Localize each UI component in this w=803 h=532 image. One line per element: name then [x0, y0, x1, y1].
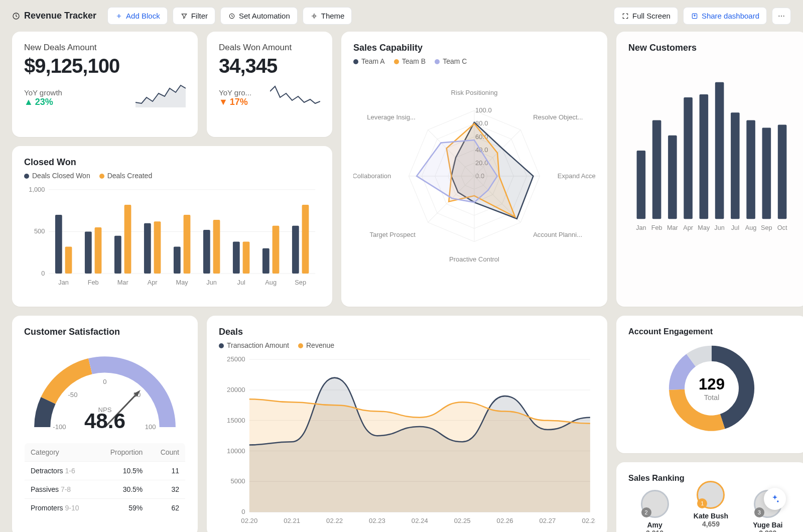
automation-button[interactable]: Set Automation: [220, 7, 298, 25]
engagement-donut: 129Total: [628, 336, 795, 441]
card-deals-won[interactable]: Deals Won Amount 34,345 YoY gro... ▼ 17%: [207, 32, 332, 137]
svg-rect-14: [65, 247, 72, 274]
card-new-customers[interactable]: New Customers JanFebMarAprMayJunJulAugSe…: [616, 32, 803, 307]
sales-cap-title: Sales Capability: [353, 43, 595, 53]
svg-text:0: 0: [241, 508, 245, 515]
rank-name: Yuge Bai: [753, 521, 782, 529]
svg-rect-79: [700, 94, 709, 219]
rank-1: 1 Kate Bush 4,659: [694, 481, 728, 533]
svg-text:02.23: 02.23: [369, 517, 385, 524]
new-deals-value: $9,125,100: [24, 55, 186, 77]
th-proportion: Proportion: [96, 443, 149, 462]
add-block-label: Add Block: [126, 12, 160, 20]
csat-title: Customer Satisfaction: [24, 327, 186, 337]
rank-2: 2 Amy 3,010: [641, 490, 669, 533]
fullscreen-icon: [621, 12, 629, 20]
svg-text:Resolve Object...: Resolve Object...: [533, 113, 583, 121]
svg-text:Target Prospect: Target Prospect: [369, 231, 416, 238]
svg-text:May: May: [176, 279, 189, 286]
legend-revenue: Revenue: [306, 341, 334, 349]
svg-rect-71: [637, 151, 646, 219]
svg-text:02.26: 02.26: [497, 517, 513, 524]
new-deals-yoy-label: YoY growth: [24, 88, 62, 97]
table-row: Detractors 1-610.5%11: [25, 462, 186, 480]
automation-label: Set Automation: [239, 12, 290, 20]
svg-text:Leverage Insig...: Leverage Insig...: [367, 113, 415, 121]
svg-text:Sep: Sep: [295, 279, 306, 286]
rank-name: Amy: [641, 521, 669, 529]
svg-point-5: [781, 15, 782, 16]
svg-text:Jan: Jan: [636, 224, 646, 231]
rank-value: 4,659: [694, 520, 728, 528]
deals-chart: 050001000015000200002500002.2002.2102.22…: [219, 354, 595, 527]
svg-rect-28: [203, 230, 210, 274]
card-sales-capability[interactable]: Sales Capability Team A Team B Team C 0.…: [341, 32, 607, 307]
plus-icon: [115, 12, 123, 20]
theme-button[interactable]: Theme: [303, 7, 352, 25]
svg-text:May: May: [698, 224, 710, 231]
svg-rect-29: [213, 220, 220, 274]
svg-text:Jun: Jun: [714, 224, 724, 231]
svg-rect-87: [762, 128, 771, 219]
svg-text:1,000: 1,000: [29, 186, 45, 193]
card-deals[interactable]: Deals Transaction Amount Revenue 0500010…: [207, 316, 607, 532]
sales-capability-chart: 0.020.040.060.080.0100.0Risk Positioning…: [353, 70, 595, 282]
svg-rect-23: [154, 221, 161, 274]
svg-text:Collaboration: Collaboration: [353, 172, 391, 180]
new-customers-chart: JanFebMarAprMayJunJulAugSepOct: [628, 57, 795, 234]
csat-gauge: -100-50050100NPS48.6: [24, 341, 186, 437]
svg-text:Risk Positioning: Risk Positioning: [451, 89, 498, 96]
th-count: Count: [149, 443, 185, 462]
svg-text:Apr: Apr: [148, 279, 158, 286]
assistant-fab[interactable]: [764, 488, 786, 510]
svg-text:0: 0: [41, 270, 45, 277]
caret-up-icon: ▲: [24, 97, 33, 107]
svg-text:Jul: Jul: [237, 279, 245, 286]
legend-team-c: Team C: [443, 57, 467, 65]
svg-text:10000: 10000: [227, 447, 245, 455]
svg-text:500: 500: [34, 227, 45, 235]
svg-rect-77: [684, 97, 693, 219]
topbar: Revenue Tracker Add Block Filter Set Aut…: [0, 0, 803, 32]
filter-button[interactable]: Filter: [173, 7, 215, 25]
fullscreen-button[interactable]: Full Screen: [614, 7, 678, 25]
svg-text:02.28: 02.28: [582, 517, 595, 524]
table-row: Promoters 9-1059%62: [25, 499, 186, 517]
svg-text:02.24: 02.24: [412, 517, 428, 524]
legend-team-a: Team A: [361, 57, 385, 65]
card-account-engagement[interactable]: Account Engagement 129Total: [616, 316, 803, 453]
avatar: 2: [641, 490, 669, 518]
more-button[interactable]: [772, 8, 791, 25]
new-deals-label: New Deals Amount: [24, 43, 186, 53]
svg-text:02.27: 02.27: [540, 517, 556, 524]
theme-icon: [310, 12, 318, 20]
legend-b: Deals Created: [107, 172, 153, 180]
svg-rect-32: [243, 241, 250, 274]
svg-text:5000: 5000: [230, 477, 245, 485]
engage-title: Account Engagement: [628, 327, 795, 336]
fullscreen-label: Full Screen: [632, 12, 671, 20]
svg-rect-81: [715, 82, 724, 219]
svg-text:48.6: 48.6: [84, 409, 125, 433]
svg-text:0: 0: [103, 378, 106, 385]
svg-point-122: [777, 500, 778, 502]
share-button[interactable]: Share dashboard: [683, 7, 767, 25]
table-row: Passives 7-830.5%32: [25, 480, 186, 499]
avatar: 1: [697, 481, 725, 509]
card-new-deals[interactable]: New Deals Amount $9,125,100 YoY growth ▲…: [12, 32, 198, 137]
svg-rect-85: [746, 120, 755, 219]
svg-text:02.22: 02.22: [326, 517, 343, 524]
svg-text:-50: -50: [68, 391, 78, 398]
card-customer-satisfaction[interactable]: Customer Satisfaction -100-50050100NPS48…: [12, 316, 198, 532]
card-closed-won[interactable]: Closed Won Deals Closed Won Deals Create…: [12, 146, 332, 307]
csat-table: Category Proportion Count Detractors 1-6…: [24, 443, 186, 517]
history-icon: [12, 12, 20, 20]
svg-rect-73: [652, 120, 661, 219]
automation-icon: [228, 12, 236, 20]
add-block-button[interactable]: Add Block: [107, 7, 168, 25]
sales-cap-legend: Team A Team B Team C: [353, 57, 595, 65]
svg-text:-100: -100: [53, 423, 66, 431]
svg-text:Apr: Apr: [683, 224, 694, 231]
svg-text:Account Planni...: Account Planni...: [533, 231, 582, 238]
svg-rect-16: [85, 231, 92, 274]
